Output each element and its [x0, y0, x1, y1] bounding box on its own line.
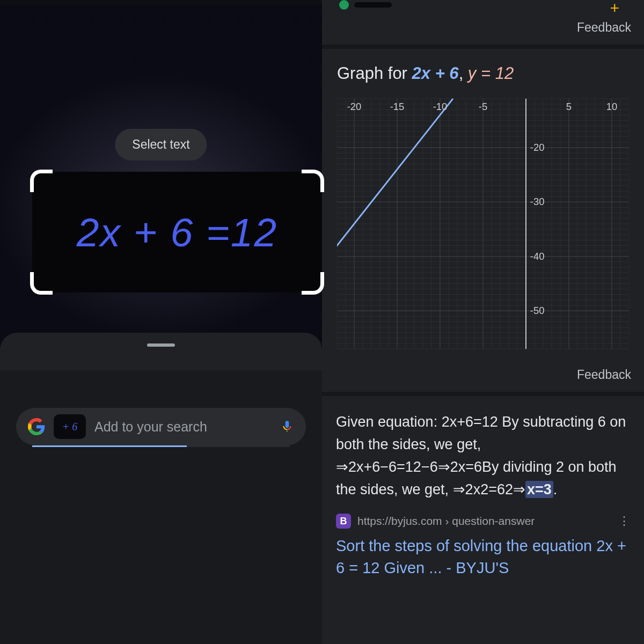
source-row: B https://byjus.com › question-answer ⋮	[336, 514, 630, 529]
graph-title: Graph for 2x + 6, y = 12	[337, 64, 629, 83]
svg-text:-15: -15	[390, 101, 405, 112]
section-divider	[322, 45, 644, 49]
svg-text:10: 10	[606, 101, 618, 112]
google-logo-icon	[28, 418, 45, 435]
snippet-post: .	[553, 481, 558, 497]
camera-viewport: Select text 2x + 6 =12	[0, 5, 322, 370]
microphone-icon[interactable]	[280, 420, 294, 434]
plus-icon[interactable]: +	[610, 0, 619, 17]
result-card-partial: +	[322, 0, 644, 11]
search-bar[interactable]: + 6 Add to your search	[16, 408, 306, 445]
lens-capture-panel: Select text 2x + 6 =12	[0, 0, 322, 644]
crop-handle-bl[interactable]	[30, 272, 53, 295]
more-options-icon[interactable]: ⋮	[618, 514, 630, 528]
crop-handle-tr[interactable]	[302, 170, 324, 192]
handwritten-equation: 2x + 6 =12	[77, 209, 277, 255]
loading-progress	[32, 445, 290, 447]
thumbnail-chip	[354, 2, 392, 8]
snippet-text: Given equation: 2x+6=12 By subtracting 6…	[336, 411, 630, 501]
search-image-thumbnail[interactable]: + 6	[54, 414, 86, 439]
svg-text:-20: -20	[347, 101, 362, 112]
feedback-link[interactable]: Feedback	[322, 358, 644, 392]
source-url: https://byjus.com › question-answer	[357, 515, 535, 528]
graph-y-value: y = 12	[468, 64, 514, 83]
svg-text:5: 5	[566, 101, 572, 112]
captured-image: 2x + 6 =12	[32, 172, 322, 292]
svg-text:-20: -20	[530, 142, 545, 153]
search-input[interactable]: Add to your search	[94, 419, 272, 435]
feedback-link[interactable]: Feedback	[322, 11, 644, 45]
graph-plot[interactable]: -20-15-10-5510-20-30-40-50	[337, 95, 629, 353]
graph-title-prefix: Graph for	[337, 64, 412, 83]
graph-expression: 2x + 6	[412, 64, 459, 83]
svg-text:-50: -50	[530, 305, 545, 316]
svg-text:-30: -30	[530, 196, 545, 207]
section-divider	[322, 392, 644, 396]
drag-handle-icon[interactable]	[147, 343, 175, 347]
snippet-answer-highlight: x=3	[525, 481, 553, 498]
featured-snippet: Given equation: 2x+6=12 By subtracting 6…	[322, 396, 644, 579]
svg-text:-40: -40	[530, 251, 545, 262]
search-results-panel: + Feedback Graph for 2x + 6, y = 12 -20-…	[322, 0, 644, 644]
snippet-pre: Given equation: 2x+6=12 By subtracting 6…	[336, 414, 626, 497]
graph-comma: ,	[459, 64, 468, 83]
svg-text:-5: -5	[479, 101, 487, 112]
crop-handle-br[interactable]	[302, 272, 324, 295]
select-text-button[interactable]: Select text	[115, 129, 207, 160]
avatar-icon	[339, 0, 349, 10]
crop-handle-tl[interactable]	[30, 170, 53, 192]
svg-text:-10: -10	[433, 101, 448, 112]
bottom-sheet[interactable]	[0, 333, 322, 370]
crop-frame[interactable]: 2x + 6 =12	[32, 172, 322, 292]
top-divider	[0, 0, 322, 5]
site-favicon-icon: B	[336, 514, 351, 529]
graph-card: Graph for 2x + 6, y = 12 -20-15-10-5510-…	[322, 49, 644, 358]
result-title-link[interactable]: Sort the steps of solving the equation 2…	[336, 535, 630, 579]
